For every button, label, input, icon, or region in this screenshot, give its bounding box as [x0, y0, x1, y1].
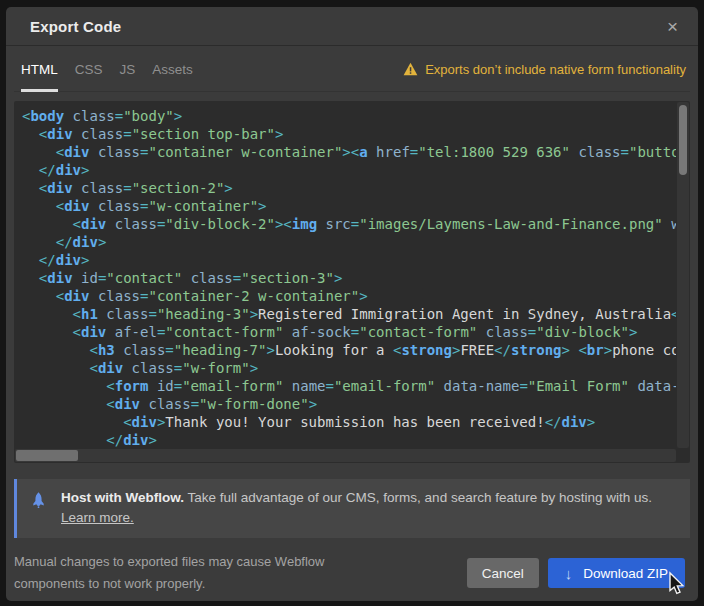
footer-note-line2: components to not work properly. [14, 573, 324, 595]
code-line: </div> [22, 431, 676, 449]
banner-body: Take full advantage of our CMS, forms, a… [184, 490, 652, 505]
code-line: <h3 class="heading-7">Looking for a <str… [22, 341, 676, 359]
download-label: Download ZIP [583, 566, 668, 581]
code-line: <div class="div-block-2"><img src="image… [22, 215, 676, 233]
code-line: <body class="body"> [22, 107, 676, 125]
learn-more-link[interactable]: Learn more. [61, 508, 652, 528]
warning-text: Exports don’t include native form functi… [425, 62, 686, 77]
tab-html[interactable]: HTML [21, 46, 58, 92]
code-line: <div class="section top-bar"> [22, 125, 676, 143]
code-line: <div class="container-2 w-container"> [22, 287, 676, 305]
close-icon[interactable]: × [663, 15, 682, 38]
code-line: <div class="w-container"> [22, 197, 676, 215]
tab-css[interactable]: CSS [75, 46, 103, 92]
horizontal-scrollbar[interactable] [15, 449, 676, 462]
code-line: <div id="contact" class="section-3"> [22, 269, 676, 287]
code-line: </div> [22, 233, 676, 251]
tab-js[interactable]: JS [120, 46, 136, 92]
dialog-title: Export Code [30, 18, 121, 35]
code-line: </div> [22, 251, 676, 269]
dialog-titlebar: Export Code × [6, 7, 698, 46]
code-line: <div class="container w-container"><a hr… [22, 143, 676, 161]
rocket-icon [30, 488, 48, 530]
vertical-scrollbar-thumb[interactable] [679, 105, 687, 175]
footer-note: Manual changes to exported files may cau… [14, 551, 324, 595]
code-editor[interactable]: <body class="body"> <div class="section … [14, 101, 690, 463]
tabs-divider [14, 91, 690, 92]
code-line: <form id="email-form" name="email-form" … [22, 377, 676, 395]
vertical-scrollbar[interactable] [677, 102, 689, 448]
export-code-dialog: Export Code × HTMLCSSJSAssets Exports do… [6, 7, 698, 601]
warning-icon [403, 62, 418, 76]
download-zip-button[interactable]: ↓ Download ZIP [548, 558, 685, 588]
code-line: </div> [22, 161, 676, 179]
code-line: <h1 class="heading-3">Registered Immigra… [22, 305, 676, 323]
banner-bold: Host with Webflow. [61, 490, 184, 505]
code-line: <div af-el="contact-form" af-sock="conta… [22, 323, 676, 341]
export-warning: Exports don’t include native form functi… [403, 62, 686, 77]
horizontal-scrollbar-thumb[interactable] [16, 450, 78, 461]
cancel-button[interactable]: Cancel [467, 558, 539, 588]
host-with-webflow-banner: Host with Webflow. Take full advantage o… [14, 479, 690, 538]
code-content[interactable]: <body class="body"> <div class="section … [14, 101, 676, 449]
footer-note-line1: Manual changes to exported files may cau… [14, 551, 324, 573]
dialog-footer: Manual changes to exported files may cau… [6, 538, 698, 595]
download-icon: ↓ [565, 566, 573, 581]
code-line: <div class="w-form-done"> [22, 395, 676, 413]
code-line: <div class="section-2"> [22, 179, 676, 197]
code-line: <div class="w-form"> [22, 359, 676, 377]
code-line: <div>Thank you! Your submission has been… [22, 413, 676, 431]
tab-assets[interactable]: Assets [152, 46, 193, 92]
tab-bar: HTMLCSSJSAssets Exports don’t include na… [6, 46, 698, 92]
banner-text: Host with Webflow. Take full advantage o… [61, 488, 652, 530]
footer-buttons: Cancel ↓ Download ZIP [467, 558, 685, 595]
